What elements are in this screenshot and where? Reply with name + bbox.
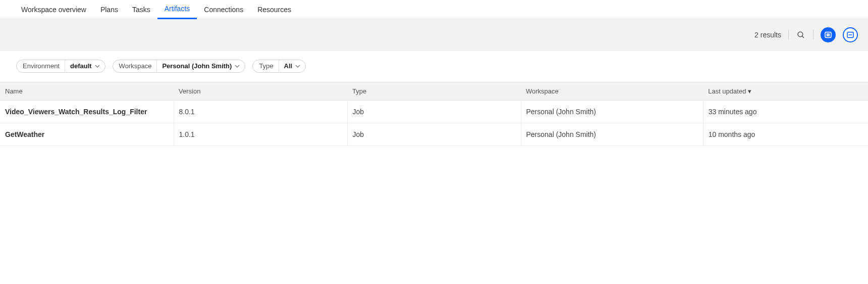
filter-workspace[interactable]: Workspace Personal (John Smith)	[113, 60, 246, 73]
cell-last-updated: 10 months ago	[703, 123, 868, 146]
cell-workspace: Personal (John Smith)	[521, 101, 703, 123]
svg-point-0	[798, 32, 803, 37]
table-row[interactable]: GetWeather 1.0.1 Job Personal (John Smit…	[0, 123, 868, 146]
column-header-last-updated[interactable]: Last updated ▾	[703, 82, 868, 101]
filter-workspace-value: Personal (John Smith)	[157, 60, 235, 72]
main-tabs: Workspace overview Plans Tasks Artifacts…	[0, 0, 868, 19]
toolbar-divider	[788, 30, 789, 40]
cell-version: 8.0.1	[174, 101, 347, 123]
cell-workspace: Personal (John Smith)	[521, 123, 703, 146]
svg-line-1	[802, 36, 804, 38]
chevron-down-icon	[235, 64, 245, 69]
toolbar: 2 results	[0, 19, 868, 51]
filter-type-value: All	[279, 60, 296, 72]
filter-type-label: Type	[253, 60, 279, 72]
tab-workspace-overview[interactable]: Workspace overview	[14, 0, 93, 19]
search-icon[interactable]	[796, 30, 806, 40]
tab-artifacts[interactable]: Artifacts	[157, 0, 197, 19]
filter-environment[interactable]: Environment default	[16, 60, 105, 73]
view-card-icon[interactable]	[843, 27, 858, 42]
tab-tasks[interactable]: Tasks	[125, 0, 157, 19]
chevron-down-icon	[295, 64, 305, 69]
filter-bar: Environment default Workspace Personal (…	[0, 51, 868, 82]
cell-last-updated: 33 minutes ago	[703, 101, 868, 123]
column-header-type[interactable]: Type	[347, 82, 521, 101]
cell-name: Video_Viewers_Watch_Results_Log_Filter	[0, 101, 174, 123]
filter-environment-label: Environment	[17, 60, 65, 72]
tab-resources[interactable]: Resources	[250, 0, 298, 19]
cell-name: GetWeather	[0, 123, 174, 146]
view-list-icon[interactable]	[821, 27, 836, 42]
tab-plans[interactable]: Plans	[93, 0, 125, 19]
column-header-last-updated-label: Last updated	[708, 87, 746, 95]
sort-desc-icon: ▾	[748, 87, 751, 95]
filter-environment-value: default	[65, 60, 95, 72]
column-header-name[interactable]: Name	[0, 82, 174, 101]
results-count: 2 results	[754, 31, 781, 39]
table-row[interactable]: Video_Viewers_Watch_Results_Log_Filter 8…	[0, 101, 868, 123]
column-header-workspace[interactable]: Workspace	[521, 82, 703, 101]
cell-type: Job	[347, 123, 521, 146]
toolbar-divider	[813, 30, 813, 40]
filter-type[interactable]: Type All	[252, 60, 306, 73]
chevron-down-icon	[95, 64, 105, 69]
artifacts-table: Name Version Type Workspace Last updated…	[0, 82, 868, 146]
column-header-version[interactable]: Version	[174, 82, 347, 101]
table-header-row: Name Version Type Workspace Last updated…	[0, 82, 868, 101]
cell-version: 1.0.1	[174, 123, 347, 146]
cell-type: Job	[347, 101, 521, 123]
tab-connections[interactable]: Connections	[197, 0, 250, 19]
filter-workspace-label: Workspace	[113, 60, 157, 72]
